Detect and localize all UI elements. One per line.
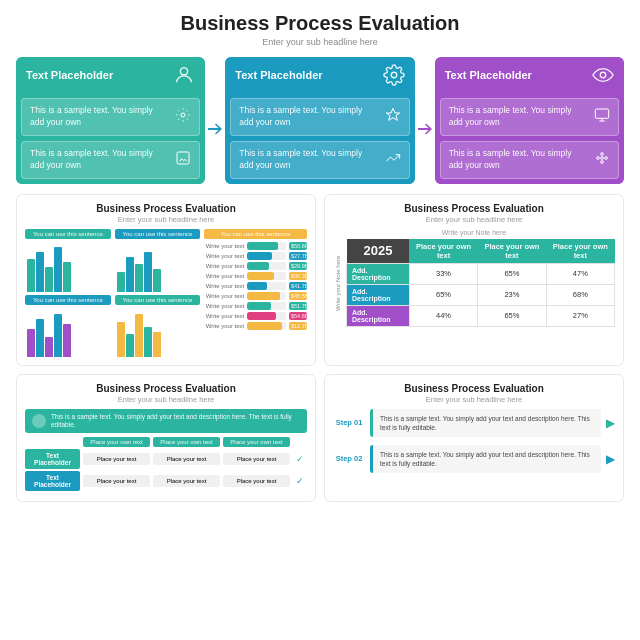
arrow-2 (415, 121, 435, 137)
prow-1-v0: Place your text (83, 453, 150, 465)
row-label-3: Add. Description (347, 305, 410, 326)
row-3-val-2: 27% (546, 305, 614, 326)
sub-card-text-blue-0: This is a sample text. You simply add yo… (239, 105, 378, 129)
bar (27, 259, 35, 292)
hbar-track-9 (247, 322, 286, 330)
step-text-2: This is a sample text. You simply add yo… (380, 450, 594, 468)
step-text-1: This is a sample text. You simply add yo… (380, 414, 594, 432)
row-2-val-1: 23% (478, 284, 546, 305)
hbar-label-6: Write your text (204, 293, 244, 299)
hbar-section: Write your text $50.6M Write your text $… (204, 242, 307, 330)
ph-2: Place your own text (223, 437, 290, 447)
chart-col-2: You can use this sentence You can use th… (115, 229, 201, 357)
write-note: Write your Note here (333, 229, 615, 236)
step-content-2: This is a sample text. You simply add yo… (370, 445, 601, 473)
svg-point-9 (601, 153, 604, 156)
bar (36, 252, 44, 292)
hbar-row-1: Write your text $50.6M (204, 242, 307, 250)
hbar-row-2: Write your text $27.7B (204, 252, 307, 260)
col-card-purple: Text Placeholder This is a sample text. … (435, 57, 624, 184)
bar (144, 327, 152, 357)
ph-0: Place your own text (83, 437, 150, 447)
sub-card-teal-1: This is a sample text. You simply add yo… (21, 141, 200, 179)
chart-col-2-label: You can use this sentence (115, 229, 201, 239)
prow-label-2: Text Placeholder (25, 471, 80, 491)
row-1-val-0: 33% (409, 263, 477, 284)
ph-1: Place your own text (153, 437, 220, 447)
hbar-label-7: Write your text (204, 303, 244, 309)
hbar-fill-8 (247, 312, 276, 320)
hbar-row-7: Write your text $51.7B (204, 302, 307, 310)
svg-point-6 (601, 157, 604, 160)
page-subtitle: Enter your sub headline here (262, 37, 378, 47)
bar (36, 319, 44, 357)
hbar-row-6: Write your text $45.5B (204, 292, 307, 300)
bar (153, 269, 161, 292)
col-card-blue: Text Placeholder This is a sample text. … (225, 57, 414, 184)
sub-card-icon-blue-1 (385, 150, 401, 169)
row-label-2: Add. Description (347, 284, 410, 305)
sub-card-purple-1: This is a sample text. You simply add yo… (440, 141, 619, 179)
step-arrow-2: ▶ (606, 452, 615, 466)
bar-group-1 (25, 242, 111, 292)
col-header-blue: Text Placeholder (225, 57, 414, 93)
bar (153, 332, 161, 357)
hbar-row-5: Write your text $41.7B (204, 282, 307, 290)
th-col1: Place your own text (409, 239, 477, 264)
col-card-teal: Text Placeholder This is a sample text. … (16, 57, 205, 184)
col-title-teal: Text Placeholder (26, 69, 113, 81)
process-banner: This is a sample text. You simply add yo… (25, 409, 307, 434)
hbar-fill-6 (247, 292, 280, 300)
step-arrow-1: ▶ (606, 416, 615, 430)
chart-col-1b-label: You can use this sentence (25, 295, 111, 305)
hbar-fill-9 (247, 322, 282, 330)
svg-point-7 (597, 157, 600, 160)
hbar-row-3: Write your text $29.9B (204, 262, 307, 270)
bottom-card-process: Business Process Evaluation Enter your s… (16, 374, 316, 503)
table-subtitle: Enter your sub headline here (333, 215, 615, 224)
bar (126, 257, 134, 292)
process-headers: Place your own text Place your own text … (25, 437, 307, 447)
row-1-val-2: 47% (546, 263, 614, 284)
hbar-track-7 (247, 302, 286, 310)
hbar-row-4: Write your text $30.3B (204, 272, 307, 280)
bar (117, 322, 125, 357)
prow-label-1: Text Placeholder (25, 449, 80, 469)
hbar-row-8: Write your text $54.6B (204, 312, 307, 320)
chart-title: Business Process Evaluation (25, 203, 307, 214)
table-title: Business Process Evaluation (333, 203, 615, 214)
svg-point-0 (181, 68, 188, 75)
hbar-val-6: $45.5B (289, 292, 307, 300)
table-row-2: Add. Description 65% 23% 68% (347, 284, 615, 305)
bar (144, 252, 152, 292)
data-table: 2025 Place your own text Place your own … (346, 239, 615, 327)
bar-group-2 (115, 242, 201, 292)
chart-col-3: You can use this sentence Write your tex… (204, 229, 307, 357)
bottom-card-chart: Business Process Evaluation Enter your s… (16, 194, 316, 366)
bar (135, 314, 143, 357)
prow-2-v2: Place your text (223, 475, 290, 487)
hbar-fill-1 (247, 242, 278, 250)
page: Business Process Evaluation Enter your s… (0, 0, 640, 640)
svg-rect-2 (177, 152, 189, 164)
row-2-val-2: 68% (546, 284, 614, 305)
chart-col-2b-label: You can use this sentence (115, 295, 201, 305)
sub-card-teal-0: This is a sample text. You simply add yo… (21, 98, 200, 136)
hbar-label-9: Write your text (204, 323, 244, 329)
vertical-label: Write your Note here (333, 239, 343, 327)
bar (117, 272, 125, 292)
col-icon-purple (592, 64, 614, 86)
bar (27, 329, 35, 357)
chart-subtitle: Enter your sub headline here (25, 215, 307, 224)
sub-card-icon-purple-1 (594, 150, 610, 169)
sub-card-icon-blue-0 (385, 107, 401, 126)
banner-icon (32, 414, 46, 428)
hbar-track-3 (247, 262, 286, 270)
bar (54, 314, 62, 357)
col-body-blue: This is a sample text. You simply add yo… (225, 93, 414, 184)
sub-card-icon-teal-1 (175, 150, 191, 169)
hbar-fill-3 (247, 262, 268, 270)
col-icon-blue (383, 64, 405, 86)
hbar-track-8 (247, 312, 286, 320)
svg-point-10 (601, 161, 604, 164)
